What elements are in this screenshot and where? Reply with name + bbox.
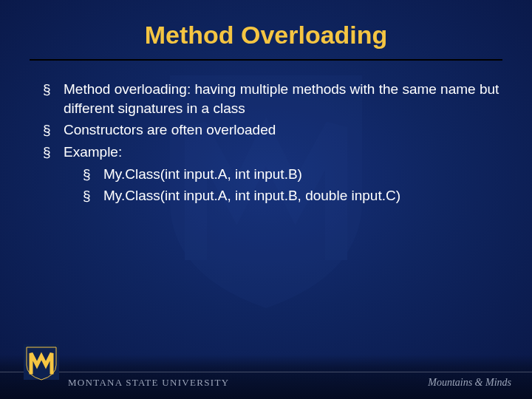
bullet-item: Method overloading: having multiple meth… [43, 80, 502, 117]
sub-bullet-text: My.Class(int input.A, int input.B, doubl… [103, 188, 400, 203]
bullet-text: Constructors are often overloaded [64, 122, 276, 137]
tagline-ampersand: & [475, 377, 483, 388]
footer-rule [0, 372, 532, 372]
footer-tagline: Mountains & Minds [428, 377, 511, 389]
title-underline [30, 59, 502, 61]
bullet-text: Example: [64, 144, 122, 160]
sub-bullet-item: My.Class(int input.A, int input.B, doubl… [83, 186, 502, 205]
university-name: MONTANA STATE UNIVERSITY [68, 377, 229, 389]
bullet-text: Method overloading: having multiple meth… [64, 81, 499, 116]
content-area: Method overloading: having multiple meth… [43, 80, 502, 208]
sub-bullet-text: My.Class(int input.A, int input.B) [103, 166, 302, 182]
bullet-item: Constructors are often overloaded [43, 120, 502, 140]
slide-title: Method Overloading [0, 21, 532, 50]
sub-bullet-item: My.Class(int input.A, int input.B) [83, 165, 502, 184]
university-logo [22, 343, 61, 381]
tagline-right: Minds [483, 377, 512, 388]
tagline-left: Mountains [428, 377, 474, 388]
footer: MONTANA STATE UNIVERSITY Mountains & Min… [0, 355, 532, 399]
slide: Method Overloading Method overloading: h… [0, 0, 532, 399]
bullet-item: Example: My.Class(int input.A, int input… [43, 143, 502, 205]
